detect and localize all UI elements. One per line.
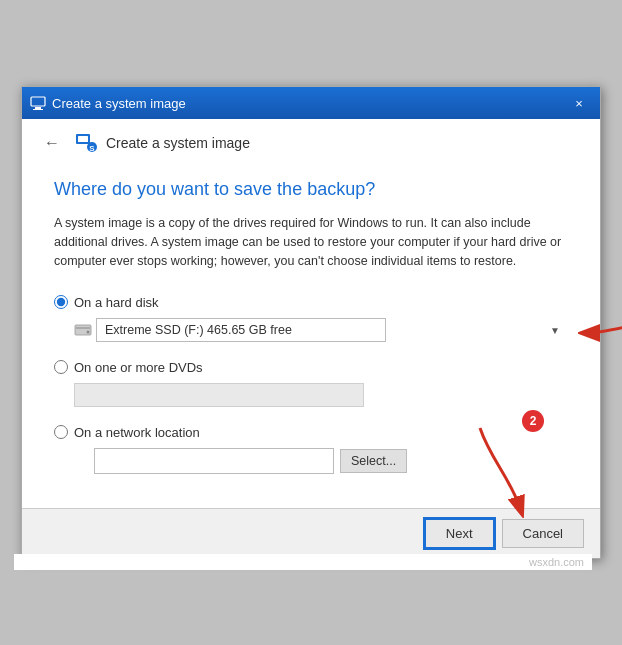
hard-disk-select[interactable]: Extreme SSD (F:) 465.65 GB free: [96, 318, 386, 342]
hard-disk-option-group: On a hard disk Extreme SSD (F:) 465.65 G…: [54, 295, 568, 342]
dialog-window: Create a system image × ← S Create a sys…: [21, 86, 601, 558]
backup-icon: S: [74, 131, 98, 155]
network-radio[interactable]: [54, 425, 68, 439]
svg-text:S: S: [89, 144, 95, 153]
select-button[interactable]: Select...: [340, 449, 407, 473]
description-text: A system image is a copy of the drives r…: [54, 214, 568, 270]
svg-rect-0: [31, 97, 45, 106]
back-button[interactable]: ←: [38, 132, 66, 154]
footer-area: 2 Next Cancel: [22, 508, 600, 558]
dropdown-chevron-icon: ▼: [550, 324, 560, 335]
title-bar-controls: ×: [566, 92, 592, 114]
watermark-text: wsxdn.com: [14, 554, 592, 570]
next-button[interactable]: Next: [425, 519, 494, 548]
network-path-input[interactable]: [94, 448, 334, 474]
annotation-arrow-1: [578, 308, 622, 358]
dialog-header: ← S Create a system image: [22, 119, 600, 163]
svg-rect-7: [75, 325, 91, 335]
svg-rect-2: [33, 109, 43, 110]
hard-disk-label: On a hard disk: [74, 295, 159, 310]
svg-rect-4: [78, 136, 88, 142]
annotation-badge-2: 2: [522, 410, 544, 432]
annotation-arrow-2: [460, 418, 540, 518]
dvd-radio[interactable]: [54, 360, 68, 374]
header-title: Create a system image: [106, 135, 250, 151]
dvd-option-group: On one or more DVDs: [54, 360, 568, 407]
dvd-radio-label[interactable]: On one or more DVDs: [54, 360, 568, 375]
network-label: On a network location: [74, 425, 200, 440]
disk-drive-icon: [74, 323, 92, 337]
close-button[interactable]: ×: [566, 92, 592, 114]
hard-disk-dropdown-row: Extreme SSD (F:) 465.65 GB free ▼ 1: [74, 318, 568, 342]
svg-point-9: [87, 330, 90, 333]
hard-disk-radio[interactable]: [54, 295, 68, 309]
dvd-label: On one or more DVDs: [74, 360, 203, 375]
svg-rect-8: [76, 327, 90, 329]
svg-rect-1: [35, 107, 41, 109]
computer-icon: [30, 95, 46, 111]
cancel-button[interactable]: Cancel: [502, 519, 584, 548]
title-bar-left: Create a system image: [30, 95, 186, 111]
dvd-select[interactable]: [74, 383, 364, 407]
hard-disk-radio-label[interactable]: On a hard disk: [54, 295, 568, 310]
title-bar-text: Create a system image: [52, 96, 186, 111]
title-bar: Create a system image ×: [22, 87, 600, 119]
dvd-dropdown-row: [74, 383, 568, 407]
main-question: Where do you want to save the backup?: [54, 179, 568, 200]
